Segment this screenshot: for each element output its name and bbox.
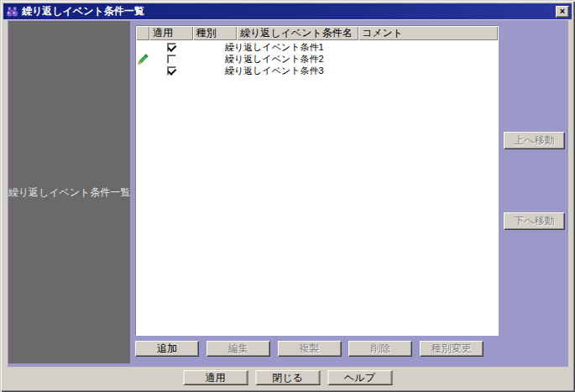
close-button[interactable]: × (556, 6, 569, 18)
apply-cell (149, 66, 193, 76)
condition-name[interactable]: 繰り返しイベント条件2 (225, 53, 368, 65)
dialog-window: 繰り返しイベント条件一覧 × 繰り返しイベント条件一覧 適用 種別 繰り返しイベ… (0, 0, 575, 392)
dialog-content: 繰り返しイベント条件一覧 適用 種別 繰り返しイベント条件名 コメント (8, 20, 568, 367)
move-up-button[interactable]: 上へ移動 (504, 132, 565, 149)
pencil-icon (138, 54, 149, 65)
dialog-button-row: 適用 閉じる ヘルプ (183, 370, 392, 385)
delete-button[interactable]: 削除 (348, 341, 412, 357)
column-header-name[interactable]: 繰り返しイベント条件名 (237, 26, 358, 40)
close-dialog-button[interactable]: 閉じる (255, 370, 320, 385)
help-button[interactable]: ヘルプ (327, 370, 392, 385)
condition-table: 適用 種別 繰り返しイベント条件名 コメント (135, 25, 499, 336)
window-title: 繰り返しイベント条件一覧 (22, 4, 144, 18)
edit-indicator-cell (136, 54, 149, 65)
sidebar-label: 繰り返しイベント条件一覧 (8, 186, 131, 200)
edit-button[interactable]: 編集 (206, 341, 270, 357)
table-row[interactable]: 繰り返しイベント条件1 (136, 41, 498, 53)
column-header-comment[interactable]: コメント (358, 26, 498, 40)
apply-button[interactable]: 適用 (183, 370, 248, 385)
duplicate-button[interactable]: 複製 (278, 341, 342, 357)
binoculars-icon (6, 6, 18, 18)
table-header: 適用 種別 繰り返しイベント条件名 コメント (136, 26, 498, 40)
column-header-apply[interactable]: 適用 (149, 26, 193, 40)
apply-checkbox[interactable] (167, 66, 176, 76)
apply-checkbox[interactable] (167, 55, 176, 64)
sidebar-panel: 繰り返しイベント条件一覧 (8, 21, 130, 363)
condition-name[interactable]: 繰り返しイベント条件3 (225, 65, 368, 77)
change-type-button[interactable]: 種別変更 (420, 341, 484, 357)
apply-checkbox[interactable] (167, 43, 176, 52)
condition-name[interactable]: 繰り返しイベント条件1 (225, 41, 368, 54)
apply-cell (149, 43, 193, 52)
edit-indicator-cell (136, 65, 149, 76)
title-bar[interactable]: 繰り返しイベント条件一覧 × (3, 3, 572, 19)
edit-indicator-cell (136, 42, 149, 53)
apply-cell (149, 55, 193, 64)
list-button-row: 追加 編集 複製 削除 種別変更 (135, 341, 484, 357)
column-header-indicator[interactable] (136, 26, 149, 40)
table-row[interactable]: 繰り返しイベント条件3 (136, 65, 498, 76)
add-button[interactable]: 追加 (135, 341, 199, 357)
table-body: 繰り返しイベント条件1 繰り返しイベント条 (136, 40, 498, 335)
move-down-button[interactable]: 下へ移動 (504, 212, 565, 230)
table-row[interactable]: 繰り返しイベント条件2 (136, 53, 498, 65)
column-header-type[interactable]: 種別 (193, 26, 237, 40)
